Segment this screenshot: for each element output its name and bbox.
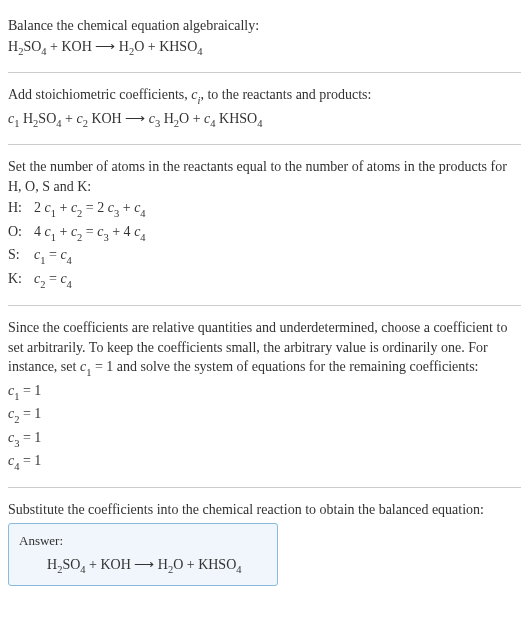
subscript: 3 xyxy=(14,438,19,449)
text: H xyxy=(115,39,129,54)
subscript: 1 xyxy=(14,118,19,129)
divider xyxy=(8,72,521,73)
arrow-icon: ⟶ xyxy=(125,110,145,126)
subscript: 4 xyxy=(67,255,72,266)
result-c1: c1 = 1 xyxy=(8,381,521,403)
coeff: c xyxy=(60,247,66,262)
element-row-h: H: 2 c1 + c2 = 2 c3 + c4 xyxy=(8,198,521,220)
subscript: 1 xyxy=(14,391,19,402)
subscript: 4 xyxy=(140,208,145,219)
subscript: i xyxy=(197,95,200,106)
text: H xyxy=(47,557,57,572)
coeff: c xyxy=(45,224,51,239)
element-label: O: xyxy=(8,222,34,242)
subscript: 4 xyxy=(14,461,19,472)
step1-equation: c1 H2SO4 + c2 KOH ⟶ c3 H2O + c4 KHSO4 xyxy=(8,109,521,131)
text: O + KHSO xyxy=(173,557,236,572)
coeff: c xyxy=(149,111,155,126)
subscript: 4 xyxy=(56,118,61,129)
text: H xyxy=(8,39,18,54)
subscript: 2 xyxy=(77,232,82,243)
arrow-icon: ⟶ xyxy=(95,38,115,54)
subscript: 4 xyxy=(67,279,72,290)
text: KOH xyxy=(88,111,125,126)
text: + KOH xyxy=(47,39,96,54)
text: , to the reactants and products: xyxy=(200,87,371,102)
intro-equation: H2SO4 + KOH ⟶ H2O + KHSO4 xyxy=(8,37,521,59)
subscript: 4 xyxy=(257,118,262,129)
value: = 1 xyxy=(19,453,41,468)
text: O + KHSO xyxy=(134,39,197,54)
step2-section: Set the number of atoms in the reactants… xyxy=(8,149,521,301)
element-equation: c1 = c4 xyxy=(34,245,521,267)
text: + xyxy=(56,224,71,239)
text: H xyxy=(19,111,33,126)
subscript: 2 xyxy=(14,414,19,425)
divider xyxy=(8,144,521,145)
text: + xyxy=(119,200,134,215)
subscript: 2 xyxy=(129,46,134,57)
text: H xyxy=(160,111,174,126)
text: KHSO xyxy=(216,111,258,126)
intro-section: Balance the chemical equation algebraica… xyxy=(8,8,521,68)
element-equation: c2 = c4 xyxy=(34,269,521,291)
subscript: 1 xyxy=(51,232,56,243)
text: + KOH xyxy=(86,557,135,572)
subscript: 2 xyxy=(18,46,23,57)
subscript: 4 xyxy=(236,564,241,575)
subscript: 2 xyxy=(174,118,179,129)
subscript: 2 xyxy=(77,208,82,219)
subscript: 2 xyxy=(33,118,38,129)
element-equation: 4 c1 + c2 = c3 + 4 c4 xyxy=(34,222,521,244)
step4-text: Substitute the coefficients into the che… xyxy=(8,500,521,520)
subscript: 3 xyxy=(155,118,160,129)
value: = 1 xyxy=(19,406,41,421)
text: 2 xyxy=(34,200,45,215)
subscript: 1 xyxy=(51,208,56,219)
subscript: 2 xyxy=(40,279,45,290)
text: = 2 xyxy=(82,200,107,215)
arrow-icon: ⟶ xyxy=(134,556,154,572)
coeff: c xyxy=(45,200,51,215)
subscript: 4 xyxy=(210,118,215,129)
element-label: S: xyxy=(8,245,34,265)
text: + xyxy=(56,200,71,215)
divider xyxy=(8,305,521,306)
subscript: 3 xyxy=(103,232,108,243)
result-c2: c2 = 1 xyxy=(8,404,521,426)
coeff: c xyxy=(60,271,66,286)
answer-title: Answer: xyxy=(19,532,267,550)
subscript: 2 xyxy=(168,564,173,575)
step1-section: Add stoichiometric coefficients, ci, to … xyxy=(8,77,521,140)
subscript: 3 xyxy=(114,208,119,219)
element-equations: H: 2 c1 + c2 = 2 c3 + c4 O: 4 c1 + c2 = … xyxy=(8,198,521,291)
text: + xyxy=(62,111,77,126)
element-row-k: K: c2 = c4 xyxy=(8,269,521,291)
answer-equation: H2SO4 + KOH ⟶ H2O + KHSO4 xyxy=(19,555,267,577)
step2-text: Set the number of atoms in the reactants… xyxy=(8,157,521,196)
text: = xyxy=(45,271,60,286)
step1-text: Add stoichiometric coefficients, ci, to … xyxy=(8,85,521,107)
subscript: 1 xyxy=(86,367,91,378)
intro-text: Balance the chemical equation algebraica… xyxy=(8,16,521,36)
result-c3: c3 = 1 xyxy=(8,428,521,450)
subscript: 4 xyxy=(197,46,202,57)
element-row-s: S: c1 = c4 xyxy=(8,245,521,267)
text: = xyxy=(82,224,97,239)
element-label: H: xyxy=(8,198,34,218)
subscript: 1 xyxy=(40,255,45,266)
text: 4 xyxy=(34,224,45,239)
subscript: 4 xyxy=(41,46,46,57)
subscript: 2 xyxy=(83,118,88,129)
element-label: K: xyxy=(8,269,34,289)
subscript: 2 xyxy=(57,564,62,575)
answer-box: Answer: H2SO4 + KOH ⟶ H2O + KHSO4 xyxy=(8,523,278,586)
divider xyxy=(8,487,521,488)
subscript: 4 xyxy=(140,232,145,243)
step3-section: Since the coefficients are relative quan… xyxy=(8,310,521,483)
text: O + xyxy=(179,111,204,126)
text: = xyxy=(45,247,60,262)
value: = 1 xyxy=(19,383,41,398)
text: SO xyxy=(62,557,80,572)
step3-text: Since the coefficients are relative quan… xyxy=(8,318,521,380)
